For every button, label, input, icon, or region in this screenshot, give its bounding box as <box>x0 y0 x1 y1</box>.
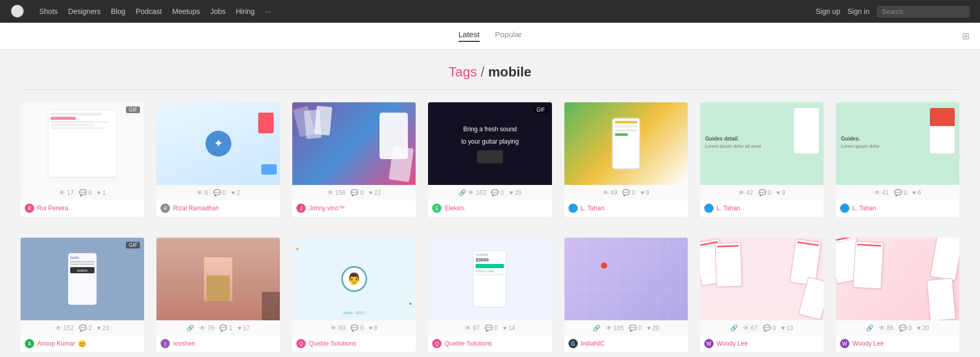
author-name-9: rovshen <box>173 340 195 347</box>
shot-card-1[interactable]: GIF 👁 17 💬 0 ♥ 1 R Rui Pereira <box>21 102 144 217</box>
nav-jobs[interactable]: Jobs <box>210 7 226 15</box>
author-name-8: Anoop Kumar <box>37 340 75 347</box>
author-avatar-4: E <box>432 204 441 213</box>
likes-stat: ♥ 13 <box>781 324 794 332</box>
views-stat: 👁 76 <box>199 324 214 332</box>
comments-stat: 💬 0 <box>79 189 92 196</box>
shot-author-1[interactable]: R Rui Pereira <box>21 200 144 217</box>
shot-card-6[interactable]: Guides detail. Lorem ipsum dolor sit ame… <box>700 102 824 217</box>
views-stat: 👁 97 <box>465 324 480 332</box>
shot-stats-4: 🔗 👁 162 💬 0 ♥ 29 <box>428 185 551 200</box>
nav-shots[interactable]: Shots <box>39 7 58 15</box>
author-avatar-13: W <box>704 339 714 348</box>
shot-card-5[interactable]: 👁 49 💬 0 ♥ 9 🌐 L. Tahan <box>564 102 688 217</box>
comments-stat: 💬 0 <box>213 189 226 196</box>
nav-podcast[interactable]: Podcast <box>136 7 162 15</box>
nav-hiring[interactable]: Hiring <box>236 7 255 15</box>
nav-more[interactable]: ··· <box>265 7 271 15</box>
shot-card-10[interactable]: 👨 hello · 2017 👁 90 💬 0 ♥ 8 Q Queble Sol… <box>292 238 416 352</box>
shot-card-3[interactable]: 👁 156 💬 0 ♥ 22 J Johny vino™ <box>292 102 416 217</box>
comments-stat: 💬 0 <box>485 324 498 332</box>
tabs-inner: Latest Popular <box>459 30 522 42</box>
shot-card-9[interactable]: 🔗 👁 76 💬 1 ♥ 17 r rovshen <box>156 238 280 352</box>
shot-author-11[interactable]: Q Queble Solutions <box>428 336 551 352</box>
likes-stat: ♥ 2 <box>231 189 240 196</box>
nav-meetups[interactable]: Meetups <box>172 7 200 15</box>
page-heading: Tags / mobile <box>0 50 980 89</box>
likes-stat: ♥ 6 <box>912 189 921 196</box>
comments-stat: 💬 0 <box>899 324 912 332</box>
shot-thumb-9 <box>156 238 280 320</box>
shot-card-14[interactable]: 🔗 👁 86 💬 0 ♥ 20 W Woody Lee <box>836 238 959 352</box>
author-name-10: Queble Solutions <box>309 340 356 347</box>
likes-stat: ♥ 20 <box>917 324 929 332</box>
shot-author-6[interactable]: 🌐 L. Tahan <box>700 200 824 217</box>
likes-stat: ♥ 23 <box>97 324 109 332</box>
shot-author-2[interactable]: R Rizal Ramadhan <box>156 200 280 217</box>
shot-author-13[interactable]: W Woody Lee <box>700 336 824 352</box>
likes-stat: ♥ 9 <box>640 189 649 196</box>
views-stat: 👁 41 <box>874 189 889 196</box>
author-name-11: Queble Solutions <box>445 340 492 347</box>
views-stat: 👁 86 <box>879 324 894 332</box>
author-avatar-6: 🌐 <box>704 204 714 213</box>
shot-stats-5: 👁 49 💬 0 ♥ 9 <box>564 185 688 200</box>
comments-stat: 💬 1 <box>219 324 232 332</box>
views-stat: 👁 90 <box>330 324 345 332</box>
shot-thumb-3 <box>292 102 416 185</box>
shot-card-7[interactable]: Guides. Lorem ipsum dolor 👁 41 💬 0 ♥ 6 🌐… <box>836 102 959 217</box>
shot-author-14[interactable]: W Woody Lee <box>836 336 959 352</box>
shot-thumb-10: 👨 hello · 2017 <box>292 238 416 320</box>
shot-thumb-12 <box>564 238 688 320</box>
shot-author-8[interactable]: A Anoop Kumar 😊 <box>21 336 144 352</box>
shot-thumb-11: QUEBLE $3500 CASH LOAN <box>428 238 551 320</box>
tab-popular[interactable]: Popular <box>495 30 522 42</box>
shots-grid-row1: GIF 👁 17 💬 0 ♥ 1 R Rui Pereira ✦ 👁 8 💬 0… <box>0 102 980 238</box>
shot-author-7[interactable]: 🌐 L. Tahan <box>836 200 959 217</box>
dribbble-logo[interactable]: ⚪ <box>10 5 24 18</box>
views-stat: 👁 67 <box>743 324 758 332</box>
shot-thumb-8: todo button GIF <box>21 238 144 320</box>
author-name-14: Woody Lee <box>852 340 884 347</box>
shot-author-4[interactable]: E Eleken. <box>428 200 551 217</box>
shot-author-3[interactable]: J Johny vino™ <box>292 200 416 217</box>
shot-card-2[interactable]: ✦ 👁 8 💬 0 ♥ 2 R Rizal Ramadhan <box>156 102 280 217</box>
shot-thumb-6: Guides detail. Lorem ipsum dolor sit ame… <box>700 102 824 185</box>
signin-button[interactable]: Sign in <box>847 7 870 15</box>
shot-card-8[interactable]: todo button GIF 👁 152 💬 2 ♥ 23 A Anoop K… <box>21 238 144 352</box>
author-avatar-10: Q <box>296 339 306 348</box>
shot-card-13[interactable]: 🔗 👁 67 💬 0 ♥ 13 W Woody Lee <box>700 238 824 352</box>
likes-stat: ♥ 14 <box>503 324 515 332</box>
nav-blog[interactable]: Blog <box>111 7 125 15</box>
nav-designers[interactable]: Designers <box>68 7 101 15</box>
shot-card-4[interactable]: Bring a fresh sound to your guitar playi… <box>428 102 551 217</box>
author-avatar-2: R <box>161 204 170 213</box>
views-stat: 👁 152 <box>55 324 73 332</box>
shot-author-10[interactable]: Q Queble Solutions <box>292 336 416 352</box>
shot-card-12[interactable]: 🔗 👁 105 💬 0 ♥ 20 G IndiaNIC <box>564 238 688 352</box>
author-name-3: Johny vino™ <box>309 205 344 212</box>
author-avatar-3: J <box>296 204 306 213</box>
tab-latest[interactable]: Latest <box>459 30 480 42</box>
shot-thumb-4: Bring a fresh sound to your guitar playi… <box>428 102 551 185</box>
shot-author-12[interactable]: G IndiaNIC <box>564 336 688 352</box>
shot-author-9[interactable]: r rovshen <box>156 336 280 352</box>
navbar-right: Sign up Sign in <box>816 6 970 18</box>
shot-author-5[interactable]: 🌐 L. Tahan <box>564 200 688 217</box>
shot-card-11[interactable]: QUEBLE $3500 CASH LOAN 👁 97 💬 0 ♥ 14 Q Q… <box>428 238 551 352</box>
likes-stat: ♥ 9 <box>777 189 785 196</box>
search-input[interactable] <box>877 6 970 18</box>
comments-stat: 💬 0 <box>351 324 363 332</box>
grid-toggle[interactable]: ⊞ <box>962 30 970 42</box>
comments-stat: 💬 0 <box>758 189 771 196</box>
signup-button[interactable]: Sign up <box>816 7 840 15</box>
shot-thumb-1: GIF <box>21 102 144 185</box>
author-badge-8: 😊 <box>78 340 86 348</box>
comments-stat: 💬 0 <box>351 189 363 196</box>
shot-thumb-5 <box>564 102 688 185</box>
page-divider <box>21 89 959 90</box>
shot-stats-11: 👁 97 💬 0 ♥ 14 <box>428 320 551 336</box>
shot-thumb-14 <box>836 238 959 320</box>
tags-link[interactable]: Tags <box>449 64 477 80</box>
author-avatar-8: A <box>25 339 34 348</box>
